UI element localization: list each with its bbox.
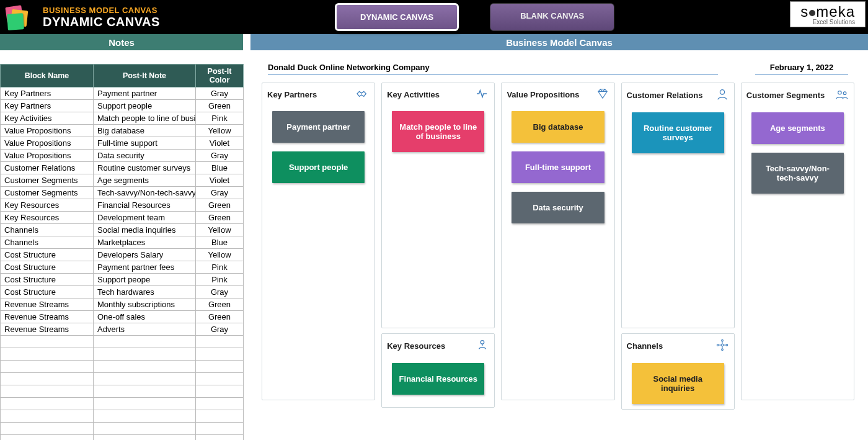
cell-color[interactable]: Gray: [196, 286, 244, 299]
cell-color[interactable]: Gray: [196, 88, 244, 100]
cell-color[interactable]: Yellow: [196, 249, 244, 261]
cell-block[interactable]: Channels: [1, 236, 94, 249]
table-row[interactable]: ChannelsMarketplacesBlue: [1, 236, 244, 249]
cell-color[interactable]: Violet: [196, 137, 244, 150]
cell-color[interactable]: Green: [196, 212, 244, 224]
table-row[interactable]: Cost StructureSupport peopePink: [1, 274, 244, 286]
cell-block[interactable]: Customer Segments: [1, 174, 94, 187]
cell-block[interactable]: Revenue Streams: [1, 299, 94, 311]
cell-note[interactable]: Payment partner: [94, 88, 196, 100]
block-channels[interactable]: Channels Social media inquiries: [621, 333, 735, 410]
cell-note[interactable]: Age segments: [94, 174, 196, 187]
table-row-empty[interactable]: [1, 410, 244, 423]
cell-note[interactable]: Developers Salary: [94, 249, 196, 261]
cell-note[interactable]: Routine customer surveys: [94, 162, 196, 174]
table-row-empty[interactable]: [1, 348, 244, 361]
cell-block[interactable]: Cost Structure: [1, 274, 94, 286]
cell-block[interactable]: Value Propositions: [1, 137, 94, 150]
postit[interactable]: Social media inquiries: [632, 363, 724, 404]
cell-color[interactable]: Yellow: [196, 125, 244, 137]
postit[interactable]: Big database: [512, 111, 604, 143]
cell-note[interactable]: Payment partner fees: [94, 261, 196, 274]
table-row-empty[interactable]: [1, 398, 244, 410]
table-row[interactable]: Key ResourcesFinancial ResourcesGreen: [1, 199, 244, 212]
table-row[interactable]: Value PropositionsFull-time supportViole…: [1, 137, 244, 150]
cell-note[interactable]: Support peope: [94, 274, 196, 286]
cell-note[interactable]: Social media inquiries: [94, 224, 196, 236]
cell-color[interactable]: Pink: [196, 112, 244, 125]
cell-block[interactable]: Key Activities: [1, 112, 94, 125]
cell-note[interactable]: Big database: [94, 125, 196, 137]
table-row-empty[interactable]: [1, 423, 244, 435]
cell-color[interactable]: Green: [196, 311, 244, 323]
cell-color[interactable]: Yellow: [196, 224, 244, 236]
block-key-activities[interactable]: Key Activities Match people to line of b…: [381, 83, 495, 328]
cell-block[interactable]: Revenue Streams: [1, 323, 94, 336]
cell-note[interactable]: One-off sales: [94, 311, 196, 323]
table-row[interactable]: ChannelsSocial media inquiriesYellow: [1, 224, 244, 236]
table-row[interactable]: Cost StructureDevelopers SalaryYellow: [1, 249, 244, 261]
table-row[interactable]: Revenue StreamsAdvertsGray: [1, 323, 244, 336]
table-row-empty[interactable]: [1, 435, 244, 441]
cell-note[interactable]: Monthly subscriptions: [94, 299, 196, 311]
table-row[interactable]: Key ResourcesDevelopment teamGreen: [1, 212, 244, 224]
postit[interactable]: Full-time support: [512, 151, 604, 183]
block-customer-relations[interactable]: Customer Relations Routine customer surv…: [621, 83, 735, 328]
cell-color[interactable]: Green: [196, 299, 244, 311]
cell-note[interactable]: Financial Resources: [94, 199, 196, 212]
block-key-resources[interactable]: Key Resources Financial Resources: [381, 333, 495, 408]
cell-block[interactable]: Customer Segments: [1, 187, 94, 199]
cell-block[interactable]: Cost Structure: [1, 286, 94, 299]
cell-block[interactable]: Value Propositions: [1, 125, 94, 137]
cell-note[interactable]: Tech-savvy/Non-tech-savvy: [94, 187, 196, 199]
cell-color[interactable]: Green: [196, 100, 244, 112]
table-row[interactable]: Value PropositionsBig databaseYellow: [1, 125, 244, 137]
cell-note[interactable]: Data security: [94, 150, 196, 162]
cell-block[interactable]: Key Partners: [1, 100, 94, 112]
cell-color[interactable]: Violet: [196, 174, 244, 187]
cell-color[interactable]: Pink: [196, 261, 244, 274]
table-row-empty[interactable]: [1, 373, 244, 385]
postit[interactable]: Age segments: [751, 112, 844, 144]
cell-color[interactable]: Pink: [196, 274, 244, 286]
postit[interactable]: Payment partner: [272, 111, 365, 143]
table-row[interactable]: Key ActivitiesMatch people to line of bu…: [1, 112, 244, 125]
cell-color[interactable]: Gray: [196, 187, 244, 199]
table-row-empty[interactable]: [1, 361, 244, 373]
block-key-partners[interactable]: Key Partners Payment partnerSupport peop…: [262, 83, 375, 400]
postit[interactable]: Financial Resources: [392, 363, 484, 395]
table-row[interactable]: Key PartnersSupport peopleGreen: [1, 100, 244, 112]
block-value-propositions[interactable]: Value Propositions Big databaseFull-time…: [501, 83, 614, 400]
cell-color[interactable]: Green: [196, 199, 244, 212]
table-row-empty[interactable]: [1, 336, 244, 348]
table-row[interactable]: Value PropositionsData securityGray: [1, 150, 244, 162]
cell-note[interactable]: Adverts: [94, 323, 196, 336]
cell-color[interactable]: Gray: [196, 323, 244, 336]
postit[interactable]: Routine customer surveys: [632, 112, 724, 153]
cell-color[interactable]: Gray: [196, 150, 244, 162]
cell-block[interactable]: Value Propositions: [1, 150, 94, 162]
postit[interactable]: Tech-savvy/Non-tech-savvy: [751, 153, 844, 194]
postit[interactable]: Data security: [512, 192, 604, 223]
cell-block[interactable]: Cost Structure: [1, 261, 94, 274]
tab-dynamic-canvas[interactable]: DYNAMIC CANVAS: [335, 3, 459, 31]
table-row[interactable]: Key PartnersPayment partnerGray: [1, 88, 244, 100]
block-customer-segments[interactable]: Customer Segments Age segmentsTech-savvy…: [741, 83, 854, 400]
cell-note[interactable]: Support people: [94, 100, 196, 112]
cell-color[interactable]: Blue: [196, 236, 244, 249]
postit[interactable]: Match people to line of business: [392, 111, 484, 152]
table-row[interactable]: Customer SegmentsTech-savvy/Non-tech-sav…: [1, 187, 244, 199]
table-row[interactable]: Customer SegmentsAge segmentsViolet: [1, 174, 244, 187]
cell-note[interactable]: Full-time support: [94, 137, 196, 150]
cell-block[interactable]: Cost Structure: [1, 249, 94, 261]
table-row[interactable]: Customer RelationsRoutine customer surve…: [1, 162, 244, 174]
postit[interactable]: Support people: [272, 151, 365, 183]
cell-note[interactable]: Match people to line of business: [94, 112, 196, 125]
tab-blank-canvas[interactable]: BLANK CANVAS: [490, 3, 614, 31]
cell-block[interactable]: Channels: [1, 224, 94, 236]
table-row[interactable]: Revenue StreamsMonthly subscriptionsGree…: [1, 299, 244, 311]
cell-note[interactable]: Marketplaces: [94, 236, 196, 249]
table-row[interactable]: Revenue StreamsOne-off salesGreen: [1, 311, 244, 323]
cell-note[interactable]: Development team: [94, 212, 196, 224]
table-row[interactable]: Cost StructurePayment partner feesPink: [1, 261, 244, 274]
